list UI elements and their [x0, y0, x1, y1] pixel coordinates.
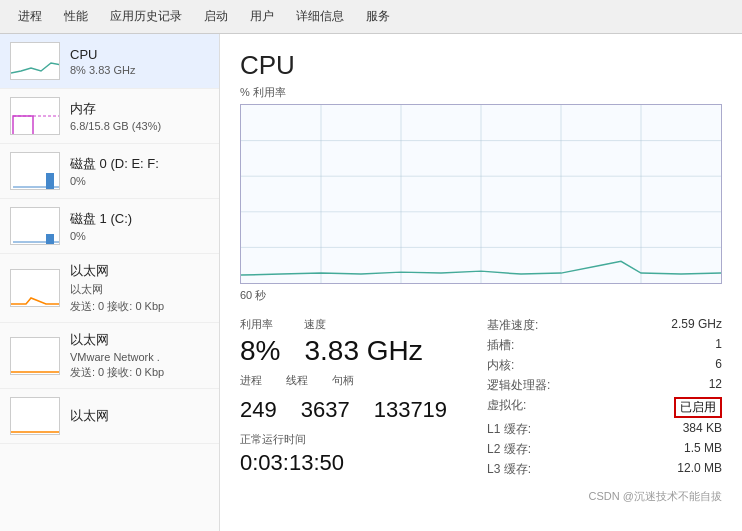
svg-rect-3 [46, 234, 54, 245]
sidebar-item-cpu[interactable]: CPU 8% 3.83 GHz [0, 34, 219, 89]
l2-value: 1.5 MB [684, 441, 722, 458]
cpu-sidebar-title: CPU [70, 47, 209, 62]
socket-label: 插槽: [487, 337, 514, 354]
content-panel: CPU % 利用率 [220, 34, 742, 531]
l1-label: L1 缓存: [487, 421, 531, 438]
eth1-sidebar-text: 以太网 VMware Network . 发送: 0 接收: 0 Kbp [70, 331, 209, 380]
utilization-label: 利用率 [240, 317, 280, 332]
memory-sidebar-subtitle: 6.8/15.8 GB (43%) [70, 120, 209, 132]
nav-details[interactable]: 详细信息 [286, 4, 354, 29]
core-value: 6 [715, 357, 722, 374]
virt-label: 虚拟化: [487, 397, 526, 418]
stat-row-base-speed: 基准速度: 2.59 GHz [487, 317, 722, 334]
disk1-sidebar-subtitle: 0% [70, 230, 209, 242]
eth0-sidebar-subtitle2: 发送: 0 接收: 0 Kbp [70, 299, 209, 314]
l3-value: 12.0 MB [677, 461, 722, 478]
stat-row-l1: L1 缓存: 384 KB [487, 421, 722, 438]
socket-value: 1 [715, 337, 722, 354]
l1-value: 384 KB [683, 421, 722, 438]
stat-row-l2: L2 缓存: 1.5 MB [487, 441, 722, 458]
memory-sidebar-title: 内存 [70, 100, 209, 118]
app-container: 进程 性能 应用历史记录 启动 用户 详细信息 服务 CPU 8% 3.83 G… [0, 0, 742, 531]
nav-startup[interactable]: 启动 [194, 4, 238, 29]
base-speed-value: 2.59 GHz [671, 317, 722, 334]
virt-value: 已启用 [674, 397, 722, 418]
speed-value: 3.83 GHz [304, 336, 422, 367]
nav-services[interactable]: 服务 [356, 4, 400, 29]
eth1-thumbnail [10, 337, 60, 375]
chart-label: % 利用率 [240, 85, 722, 100]
sidebar-item-eth2[interactable]: 以太网 [0, 389, 219, 444]
eth1-sidebar-subtitle2: 发送: 0 接收: 0 Kbp [70, 365, 209, 380]
speed-label: 速度 [304, 317, 422, 332]
uptime-value: 0:03:13:50 [240, 451, 447, 475]
sidebar-item-eth0[interactable]: 以太网 以太网 发送: 0 接收: 0 Kbp [0, 254, 219, 323]
cpu-sidebar-subtitle: 8% 3.83 GHz [70, 64, 209, 76]
cpu-thumbnail [10, 42, 60, 80]
cpu-chart [240, 104, 722, 284]
sidebar-item-disk0[interactable]: 磁盘 0 (D: E: F: 0% [0, 144, 219, 199]
nav-performance[interactable]: 性能 [54, 4, 98, 29]
eth2-sidebar-title: 以太网 [70, 407, 209, 425]
stat-row-socket: 插槽: 1 [487, 337, 722, 354]
eth2-sidebar-text: 以太网 [70, 407, 209, 425]
thread-label: 线程 [286, 373, 308, 388]
disk1-thumbnail [10, 207, 60, 245]
eth2-thumbnail [10, 397, 60, 435]
uptime-label: 正常运行时间 [240, 432, 447, 447]
disk0-thumbnail [10, 152, 60, 190]
stat-row-logical: 逻辑处理器: 12 [487, 377, 722, 394]
stat-row-l3: L3 缓存: 12.0 MB [487, 461, 722, 478]
stat-row-core: 内核: 6 [487, 357, 722, 374]
logical-value: 12 [709, 377, 722, 394]
cpu-sidebar-text: CPU 8% 3.83 GHz [70, 47, 209, 76]
utilization-value: 8% [240, 336, 280, 367]
nav-users[interactable]: 用户 [240, 4, 284, 29]
process-value: 249 [240, 398, 277, 422]
base-speed-label: 基准速度: [487, 317, 538, 334]
nav-history[interactable]: 应用历史记录 [100, 4, 192, 29]
sidebar-item-eth1[interactable]: 以太网 VMware Network . 发送: 0 接收: 0 Kbp [0, 323, 219, 389]
stat-row-virt: 虚拟化: 已启用 [487, 397, 722, 418]
main-area: CPU 8% 3.83 GHz 内存 6.8/15.8 GB (43%) [0, 34, 742, 531]
eth0-sidebar-title: 以太网 [70, 262, 209, 280]
right-stats-panel: 基准速度: 2.59 GHz 插槽: 1 内核: 6 逻辑处理器: 12 [477, 317, 722, 481]
top-nav: 进程 性能 应用历史记录 启动 用户 详细信息 服务 [0, 0, 742, 34]
memory-sidebar-text: 内存 6.8/15.8 GB (43%) [70, 100, 209, 132]
logical-label: 逻辑处理器: [487, 377, 550, 394]
handle-value: 133719 [374, 398, 447, 422]
nav-process[interactable]: 进程 [8, 4, 52, 29]
disk0-sidebar-text: 磁盘 0 (D: E: F: 0% [70, 155, 209, 187]
thread-value: 3637 [301, 398, 350, 422]
page-title: CPU [240, 50, 722, 81]
eth1-sidebar-subtitle: VMware Network . [70, 351, 209, 363]
disk1-sidebar-text: 磁盘 1 (C:) 0% [70, 210, 209, 242]
l2-label: L2 缓存: [487, 441, 531, 458]
chart-time: 60 秒 [240, 288, 722, 303]
watermark: CSDN @沉迷技术不能自拔 [240, 489, 722, 504]
handle-label: 句柄 [332, 373, 354, 388]
l3-label: L3 缓存: [487, 461, 531, 478]
eth0-sidebar-subtitle: 以太网 [70, 282, 209, 297]
memory-thumbnail [10, 97, 60, 135]
disk1-sidebar-title: 磁盘 1 (C:) [70, 210, 209, 228]
sidebar: CPU 8% 3.83 GHz 内存 6.8/15.8 GB (43%) [0, 34, 220, 531]
eth0-sidebar-text: 以太网 以太网 发送: 0 接收: 0 Kbp [70, 262, 209, 314]
core-label: 内核: [487, 357, 514, 374]
process-label: 进程 [240, 373, 262, 388]
disk0-sidebar-title: 磁盘 0 (D: E: F: [70, 155, 209, 173]
eth0-thumbnail [10, 269, 60, 307]
eth1-sidebar-title: 以太网 [70, 331, 209, 349]
sidebar-item-disk1[interactable]: 磁盘 1 (C:) 0% [0, 199, 219, 254]
sidebar-item-memory[interactable]: 内存 6.8/15.8 GB (43%) [0, 89, 219, 144]
disk0-sidebar-subtitle: 0% [70, 175, 209, 187]
